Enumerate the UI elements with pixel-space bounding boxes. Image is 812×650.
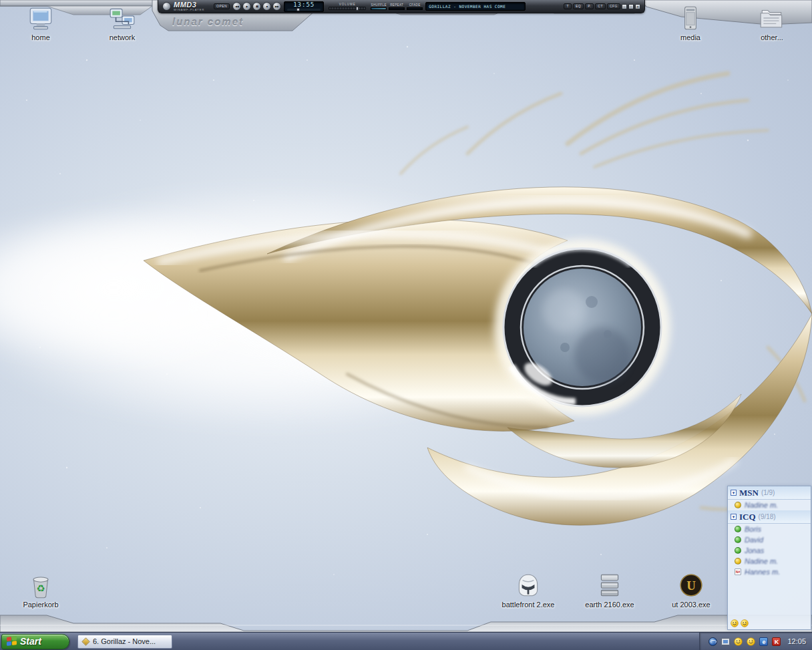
track-title: GORILLAZ - NOVEMBER HAS COME [429,4,505,9]
group-count: (1/9) [761,489,775,496]
contact-name: Nadine m. [745,557,778,565]
icon-label: battlefront 2.exe [502,601,555,609]
play-button[interactable]: ▶ [242,2,251,11]
crossfade-toggle[interactable]: CFADE [407,3,423,10]
group-name: ICQ [739,512,756,522]
ct-button[interactable]: CT [595,3,606,9]
network-icon [108,4,136,32]
windows-flag-icon [7,636,17,647]
desktop-icon-ut2003[interactable]: U ut 2003.exe [662,571,720,609]
taskbar-task-gorillaz[interactable]: 6. Gorillaz - Nove... [77,635,172,649]
player-orb-button[interactable] [162,2,171,11]
crossfade-label: CFADE [409,3,421,7]
config-button[interactable]: CFG [607,3,620,9]
smiley-tray-icon[interactable] [733,637,743,647]
icon-label: network [110,33,136,41]
icon-label: ut 2003.exe [672,601,710,609]
playlist-button[interactable]: P. [585,3,594,9]
contact-list-footer [728,618,811,629]
desktop-icon-other[interactable]: other... [743,4,801,41]
smiley-tray-icon[interactable] [746,637,756,647]
contact-name: David [745,536,763,544]
shade-button[interactable]: ▫ [628,4,634,9]
contact-name: Hannes m. [745,568,780,576]
group-msn[interactable]: ▾ MSN (1/9) [728,486,811,500]
smiley-icon[interactable] [741,619,749,627]
globe-tray-icon[interactable] [708,637,718,647]
smiley-icon[interactable] [731,619,739,627]
group-icq[interactable]: ▾ ICQ (9/18) [728,510,811,524]
system-tray: e K 12:05 [699,633,812,650]
ut-logo-icon: U [677,571,705,599]
seek-handle[interactable] [296,8,300,11]
status-away-icon [735,558,741,564]
playback-toggles: SHUFFLE REPEAT CFADE [371,3,423,10]
seek-slider[interactable] [287,9,321,11]
volume-slider[interactable] [329,7,366,10]
wallpaper-comet [0,0,812,650]
red-k-tray-icon[interactable]: K [771,637,781,647]
status-online-icon [735,547,741,554]
collapse-icon[interactable]: ▾ [731,490,737,496]
contact-row[interactable]: Nadine m. [728,556,811,566]
desktop-icon-home[interactable]: home [12,4,69,41]
volume-label: VOLUME [339,3,356,6]
audio-file-icon [81,637,89,645]
repeat-led [389,7,405,10]
volume-handle[interactable] [356,7,359,11]
icon-label: Papierkorb [23,601,58,609]
desktop: lunar comet home network media [0,0,812,650]
desktop-icon-network[interactable]: network [93,4,151,41]
clock[interactable]: 12:05 [787,637,806,645]
contact-row[interactable]: David [728,534,811,545]
contact-row[interactable]: Jonas [728,545,811,556]
pause-button[interactable]: ▮▮ [252,2,261,11]
e-tray-icon[interactable]: e [759,637,769,647]
icon-label: other... [761,33,783,41]
stacked-slabs-icon [596,571,624,599]
shuffle-led [371,7,387,10]
desktop-icon-recycle-bin[interactable]: ♻ Papierkorb [12,571,69,609]
status-away-icon [735,502,741,508]
desktop-icon-battlefront[interactable]: battlefront 2.exe [499,571,557,609]
collapse-icon[interactable]: ▾ [731,514,737,520]
repeat-label: REPEAT [390,3,403,7]
desktop-icon-earth2160[interactable]: earth 2160.exe [581,571,638,609]
taskbar: Start 6. Gorillaz - Nove... e K 12:05 [0,632,812,650]
contact-row[interactable]: Nadine m. [728,500,811,510]
shuffle-toggle[interactable]: SHUFFLE [371,3,387,10]
track-title-scroller: GORILLAZ - NOVEMBER HAS COME [425,2,526,11]
icon-label: earth 2160.exe [585,601,634,609]
player-brand-sub: WINAMP-PLAYER [174,9,204,11]
status-online-icon [735,526,741,532]
display-tray-icon[interactable] [721,637,731,647]
svg-text:U: U [686,579,696,593]
contact-name: Nadine m. [745,501,778,509]
contact-name: Boris [745,525,761,533]
transport-controls: ◀◀ ▶ ▮▮ ■ ▶▶ [232,2,281,11]
crossfade-led [407,7,423,10]
wallpaper-watermark: lunar comet [172,16,244,27]
volume-control: VOLUME [327,3,368,10]
icon-label: media [680,33,700,41]
shuffle-label: SHUFFLE [371,3,387,7]
contact-row[interactable]: Boris [728,524,811,534]
group-count: (9/18) [759,513,776,520]
repeat-toggle[interactable]: REPEAT [389,3,405,10]
stop-button[interactable]: ■ [262,2,271,11]
folder-icon [758,4,786,32]
home-computer-icon [27,4,55,32]
contact-row[interactable]: N# Hannes m. [728,566,811,577]
desktop-icon-media[interactable]: media [662,4,719,41]
start-label: Start [20,636,41,647]
toggle-main-button[interactable]: T [564,3,572,9]
open-button[interactable]: OPEN [214,3,230,9]
minimize-button[interactable]: – [622,4,627,9]
next-button[interactable]: ▶▶ [272,2,281,11]
close-button[interactable]: ✕ [635,4,640,9]
recycle-bin-icon: ♻ [27,571,55,599]
prev-button[interactable]: ◀◀ [232,2,241,11]
media-drive-icon [676,4,704,32]
equalizer-button[interactable]: EQ [573,3,584,9]
start-button[interactable]: Start [1,634,69,649]
